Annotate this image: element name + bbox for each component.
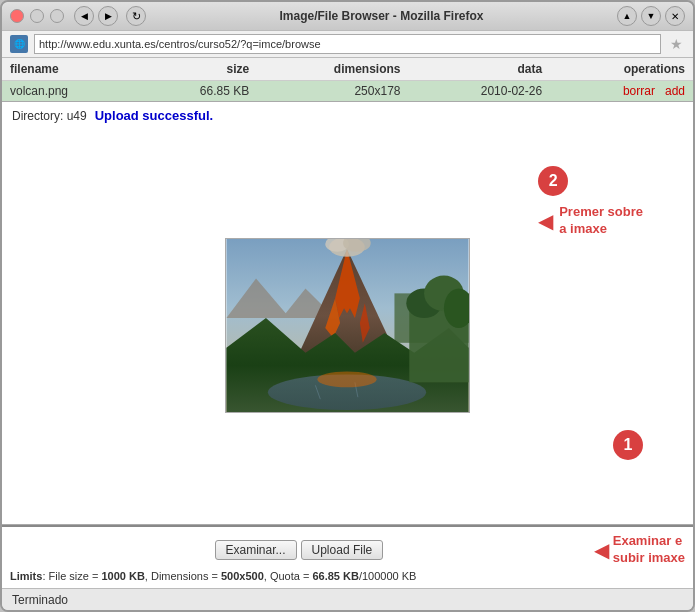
col-dimensions: dimensions — [257, 58, 408, 81]
callout-1: 1 — [613, 430, 643, 464]
close-window-btn[interactable] — [10, 9, 24, 23]
upload-section: Examinar... Upload File ◀ Examinar e sub… — [2, 525, 693, 588]
cell-operations: borrar add — [550, 81, 693, 102]
minimize-window-btn[interactable] — [30, 9, 44, 23]
svg-point-14 — [317, 372, 376, 388]
file-table: filename size dimensions data operations… — [2, 58, 693, 101]
title-bar: ◀ ▶ ↻ Image/File Browser - Mozilla Firef… — [2, 2, 693, 30]
back-icon: ◀ — [81, 11, 88, 21]
upload-callout-text1: Examinar e — [613, 533, 685, 550]
col-operations: operations — [550, 58, 693, 81]
col-data: data — [408, 58, 550, 81]
directory-label: Directory: u49 — [12, 109, 87, 123]
callout-2-text-line2: a imaxe — [559, 221, 643, 238]
browser-title: Image/File Browser - Mozilla Firefox — [152, 9, 611, 23]
volcano-image[interactable] — [225, 238, 470, 413]
maximize-window-btn[interactable] — [50, 9, 64, 23]
nav-buttons: ◀ ▶ — [74, 6, 118, 26]
dimensions-value: 500x500 — [221, 570, 264, 582]
limits-label: Limits — [10, 570, 42, 582]
content-area: filename size dimensions data operations… — [2, 58, 693, 588]
close-icon: ✕ — [671, 11, 679, 22]
globe-icon: 🌐 — [14, 39, 25, 49]
callout-2-arrow: ◀ — [538, 211, 553, 231]
quota-value: 66.85 KB — [312, 570, 358, 582]
upload-file-button[interactable]: Upload File — [301, 540, 384, 560]
cell-filename: volcan.png — [2, 81, 138, 102]
upload-callout-right: ◀ Examinar e subir imaxe — [594, 533, 685, 567]
cell-data: 2010-02-26 — [408, 81, 550, 102]
preview-area: 2 ◀ Premer sobre a imaxe — [2, 127, 693, 524]
cell-dimensions: 250x178 — [257, 81, 408, 102]
upload-controls: Examinar... Upload File ◀ Examinar e sub… — [10, 533, 685, 567]
examinar-button[interactable]: Examinar... — [215, 540, 297, 560]
upload-callout-text2: subir imaxe — [613, 550, 685, 567]
address-input[interactable] — [34, 34, 661, 54]
callout-2: 2 ◀ Premer sobre a imaxe — [538, 162, 643, 238]
cell-size: 66.85 KB — [138, 81, 258, 102]
status-bar: Terminado — [2, 588, 693, 610]
close-btn[interactable]: ✕ — [665, 6, 685, 26]
site-icon: 🌐 — [10, 35, 28, 53]
up-icon: ▲ — [623, 11, 632, 21]
upload-arrow-icon: ◀ — [594, 540, 609, 560]
back-btn[interactable]: ◀ — [74, 6, 94, 26]
add-link[interactable]: add — [665, 84, 685, 98]
down-icon: ▼ — [647, 11, 656, 21]
upload-buttons: Examinar... Upload File — [10, 540, 588, 560]
quota-total: 100000 KB — [362, 570, 416, 582]
bookmark-icon[interactable]: ★ — [667, 35, 685, 53]
limits-text: Limits: File size = 1000 KB, Dimensions … — [10, 570, 685, 582]
col-size: size — [138, 58, 258, 81]
scroll-down-btn[interactable]: ▼ — [641, 6, 661, 26]
callout-2-number: 2 — [538, 166, 568, 196]
address-bar: 🌐 ★ — [2, 30, 693, 58]
table-header-row: filename size dimensions data operations — [2, 58, 693, 81]
table-row[interactable]: volcan.png 66.85 KB 250x178 2010-02-26 b… — [2, 81, 693, 102]
status-text: Terminado — [12, 593, 68, 607]
window-controls: ▲ ▼ ✕ — [617, 6, 685, 26]
callout-1-number: 1 — [613, 430, 643, 460]
file-size-value: 1000 KB — [101, 570, 144, 582]
borrar-link[interactable]: borrar — [623, 84, 655, 98]
browser-window: ◀ ▶ ↻ Image/File Browser - Mozilla Firef… — [0, 0, 695, 612]
callout-2-text-line1: Premer sobre — [559, 204, 643, 221]
directory-section: Directory: u49 Upload successful. — [2, 102, 693, 127]
forward-btn[interactable]: ▶ — [98, 6, 118, 26]
reload-icon: ↻ — [132, 10, 141, 23]
reload-btn[interactable]: ↻ — [126, 6, 146, 26]
forward-icon: ▶ — [105, 11, 112, 21]
upload-status: Upload successful. — [95, 108, 213, 123]
scroll-up-btn[interactable]: ▲ — [617, 6, 637, 26]
col-filename: filename — [2, 58, 138, 81]
